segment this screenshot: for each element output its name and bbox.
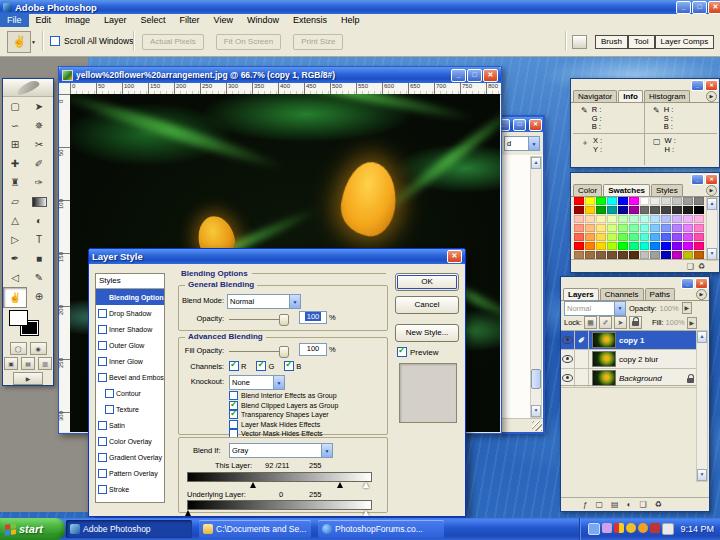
style-item[interactable]: Gradient Overlay bbox=[96, 449, 164, 465]
user-icon[interactable] bbox=[602, 523, 612, 533]
printer-icon[interactable] bbox=[572, 35, 587, 49]
messenger-icon[interactable] bbox=[638, 523, 648, 533]
style-item[interactable]: Blending Options: Custom bbox=[96, 289, 164, 305]
menu-item[interactable]: Image bbox=[58, 14, 97, 27]
palette-well-tab[interactable]: Tool bbox=[628, 35, 655, 49]
close-button[interactable]: ✕ bbox=[529, 119, 542, 131]
color-swatch[interactable] bbox=[640, 242, 650, 250]
zoom-tool[interactable]: ⊕ bbox=[27, 287, 51, 306]
color-swatch[interactable] bbox=[672, 242, 682, 250]
blend-mode-select[interactable]: Normal▼ bbox=[227, 294, 301, 309]
color-swatch[interactable] bbox=[683, 206, 693, 214]
color-swatch[interactable] bbox=[694, 224, 704, 232]
color-swatch[interactable] bbox=[650, 242, 660, 250]
scroll-down-icon[interactable]: ▼ bbox=[531, 405, 541, 417]
layer-set-icon[interactable]: ▤ bbox=[611, 499, 619, 511]
layer-thumbnail[interactable] bbox=[592, 370, 616, 386]
scroll-up-icon[interactable]: ▲ bbox=[707, 198, 717, 210]
color-swatch[interactable] bbox=[596, 233, 606, 241]
color-swatch[interactable] bbox=[694, 215, 704, 223]
tool-preset-arrow-icon[interactable]: ▼ bbox=[31, 39, 36, 45]
layer-mask-icon[interactable]: ▢ bbox=[595, 499, 603, 511]
dodge-tool[interactable]: ◐ bbox=[27, 211, 51, 230]
color-swatch[interactable] bbox=[694, 242, 704, 250]
zonealarm-icon[interactable] bbox=[614, 523, 624, 533]
background-window-dropdown[interactable]: d ▼ bbox=[504, 136, 540, 151]
blend-if-select[interactable]: Gray▼ bbox=[229, 443, 333, 458]
advanced-checkbox[interactable] bbox=[229, 410, 238, 419]
color-swatch[interactable] bbox=[640, 251, 650, 259]
style-item[interactable]: Stroke bbox=[96, 481, 164, 497]
layer-row[interactable]: ✐ copy 1 bbox=[561, 331, 700, 350]
fullscreen-button[interactable]: ▥ bbox=[38, 357, 52, 370]
color-swatch[interactable] bbox=[574, 197, 584, 205]
style-item[interactable]: Inner Glow bbox=[96, 353, 164, 369]
color-swatch[interactable] bbox=[574, 251, 584, 259]
opacity-slider-thumb[interactable] bbox=[279, 314, 289, 326]
color-swatch[interactable] bbox=[596, 197, 606, 205]
scroll-up-icon[interactable]: ▲ bbox=[531, 157, 541, 169]
advanced-checkbox-row[interactable]: Blend Clipped Layers as Group bbox=[229, 401, 338, 410]
panel-menu-icon[interactable]: ▶ bbox=[706, 185, 717, 196]
new-swatch-icon[interactable]: ❑ bbox=[687, 262, 694, 271]
panel-tab[interactable]: Swatches bbox=[603, 184, 650, 196]
layer-name[interactable]: copy 2 blur bbox=[619, 355, 700, 364]
color-swatch[interactable] bbox=[650, 215, 660, 223]
fill-opacity-slider-thumb[interactable] bbox=[279, 346, 289, 358]
panel-tab[interactable]: Navigator bbox=[573, 90, 617, 102]
color-swatch[interactable] bbox=[618, 215, 628, 223]
opacity-input[interactable]: 100 bbox=[299, 311, 327, 324]
panel-tab[interactable]: Info bbox=[618, 90, 643, 102]
color-swatch[interactable] bbox=[683, 251, 693, 259]
taskbar-task-button[interactable]: PhotoshopForums.co... bbox=[318, 520, 444, 538]
color-swatch[interactable] bbox=[661, 215, 671, 223]
slice-tool[interactable]: ✂ bbox=[27, 135, 51, 154]
advanced-checkbox-row[interactable]: Blend Interior Effects as Group bbox=[229, 391, 337, 400]
color-swatch[interactable] bbox=[607, 215, 617, 223]
color-swatch[interactable] bbox=[585, 197, 595, 205]
color-swatch[interactable] bbox=[629, 197, 639, 205]
layer-row[interactable]: copy 2 blur bbox=[561, 350, 700, 369]
scrollbar-thumb[interactable] bbox=[531, 369, 541, 389]
color-swatch[interactable] bbox=[683, 242, 693, 250]
printer-icon[interactable] bbox=[662, 523, 674, 535]
color-swatch[interactable] bbox=[640, 197, 650, 205]
fill-opacity-slider[interactable] bbox=[229, 351, 287, 352]
lock-position-icon[interactable]: ➤ bbox=[614, 316, 627, 329]
menu-item[interactable]: Select bbox=[134, 14, 173, 27]
color-swatch[interactable] bbox=[585, 242, 595, 250]
ok-button[interactable]: OK bbox=[395, 273, 459, 291]
crop-tool[interactable]: ⊞ bbox=[3, 135, 27, 154]
channel-checkbox[interactable] bbox=[284, 361, 294, 371]
color-swatch[interactable] bbox=[574, 233, 584, 241]
color-swatch[interactable] bbox=[618, 242, 628, 250]
type-tool[interactable]: T bbox=[27, 230, 51, 249]
panel-tab[interactable]: Layers bbox=[563, 288, 599, 300]
color-swatch[interactable] bbox=[629, 206, 639, 214]
visibility-eye-icon[interactable] bbox=[562, 355, 573, 363]
panel-titlebar[interactable]: _ ✕ bbox=[571, 79, 719, 90]
menu-item[interactable]: Layer bbox=[97, 14, 134, 27]
panel-titlebar[interactable]: _ ✕ bbox=[561, 277, 709, 288]
color-swatch[interactable] bbox=[596, 251, 606, 259]
color-swatch[interactable] bbox=[618, 197, 628, 205]
style-item[interactable]: Color Overlay bbox=[96, 433, 164, 449]
color-swatch[interactable] bbox=[640, 224, 650, 232]
panel-tab[interactable]: Color bbox=[573, 184, 602, 196]
background-window-titlebar[interactable]: _ □ ✕ bbox=[502, 117, 543, 132]
this-layer-white-marker[interactable] bbox=[363, 482, 369, 488]
layer-thumbnail[interactable] bbox=[592, 332, 616, 348]
view-button[interactable]: Fit On Screen bbox=[216, 34, 281, 50]
preview-checkbox[interactable] bbox=[397, 347, 407, 357]
color-swatch[interactable] bbox=[694, 206, 704, 214]
color-swatch[interactable] bbox=[629, 215, 639, 223]
chevron-down-icon[interactable]: ▼ bbox=[273, 376, 284, 389]
pen-tool[interactable]: ✒ bbox=[3, 249, 27, 268]
this-layer-black-marker-2[interactable] bbox=[337, 482, 343, 488]
gradient-tool[interactable] bbox=[27, 192, 51, 211]
color-swatch[interactable] bbox=[607, 233, 617, 241]
color-swatch[interactable] bbox=[596, 215, 606, 223]
color-swatch[interactable] bbox=[672, 215, 682, 223]
color-swatch[interactable] bbox=[694, 197, 704, 205]
color-swatch[interactable] bbox=[640, 233, 650, 241]
